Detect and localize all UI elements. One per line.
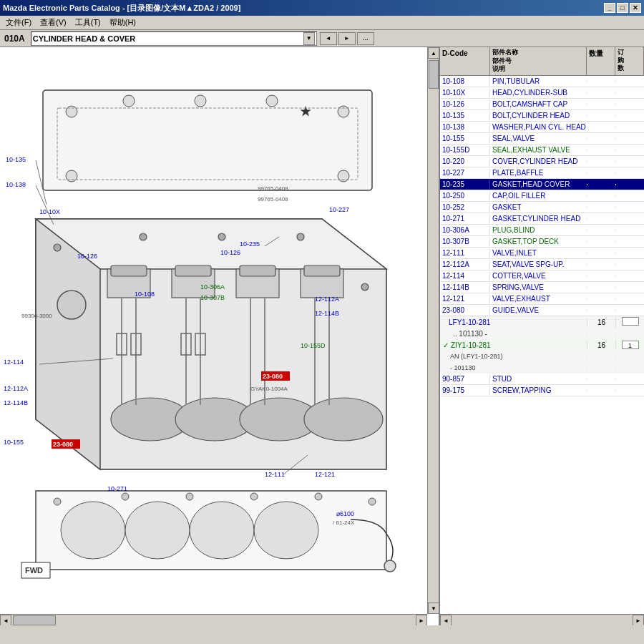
- part-code: 10-10X: [440, 88, 490, 97]
- maximize-button[interactable]: □: [617, 3, 628, 13]
- menu-view[interactable]: 查看(V): [36, 16, 71, 29]
- scroll-right-btn[interactable]: ►: [416, 615, 427, 625]
- scroll-down-btn[interactable]: ▼: [428, 602, 439, 614]
- parts-list[interactable]: 10-108 PIN,TUBULAR 10-10X HEAD,CYLINDER-…: [440, 76, 644, 614]
- diagram-vscrollbar[interactable]: ▲ ▼: [427, 47, 439, 614]
- nav-prev-btn[interactable]: ◄: [320, 32, 337, 45]
- part-row-10-227[interactable]: 10-227 PLATE,BAFFLE: [440, 167, 644, 179]
- svg-point-41: [218, 233, 225, 240]
- part-row-90-857[interactable]: 90-857 STUD: [440, 374, 644, 385]
- part-row-10-250[interactable]: 10-250 CAP,OIL FILLER: [440, 190, 644, 202]
- part-code: 10-250: [440, 191, 490, 200]
- part-row-10-307b[interactable]: 10-307B GASKET,TOP DECK: [440, 236, 644, 248]
- part-row-12-112a[interactable]: 12-112A SEAT,VALVE SPG-UP.: [440, 259, 644, 270]
- part-order: [615, 138, 644, 140]
- part-row-10-306a[interactable]: 10-306A PLUG,BLIND: [440, 225, 644, 236]
- part-name: GUIDE,VALVE: [490, 306, 587, 315]
- part-order: [615, 150, 644, 151]
- menu-file[interactable]: 文件(F): [1, 16, 36, 29]
- part-row-10-138[interactable]: 10-138 WASHER,PLAIN CYL. HEAD: [440, 122, 644, 133]
- part-subrow-lfy1[interactable]: LFY1-10-281 16: [440, 316, 644, 328]
- svg-text:12-114: 12-114: [4, 358, 24, 366]
- part-qty: [587, 92, 615, 94]
- part-name: COVER,CYLINDER HEAD: [490, 157, 587, 166]
- part-qty-ziy1: 16: [587, 341, 615, 350]
- part-row-12-121[interactable]: 12-121 VALVE,EXHAUST: [440, 293, 644, 305]
- part-code: 10-271: [440, 214, 490, 223]
- scroll-track-h: [11, 615, 416, 625]
- part-qty: [587, 367, 615, 369]
- part-qty: [587, 287, 615, 288]
- nav-next-btn[interactable]: ►: [338, 32, 356, 45]
- part-order: [615, 379, 644, 380]
- part-qty: [587, 275, 615, 277]
- part-subrow-ziy1[interactable]: ✓ ZIY1-10-281 16 1: [440, 339, 644, 351]
- part-code: 12-114: [440, 271, 490, 280]
- part-order: [615, 115, 644, 117]
- nav-options-btn[interactable]: …: [357, 32, 374, 45]
- svg-text:10-126: 10-126: [77, 253, 97, 260]
- minimize-button[interactable]: _: [604, 3, 615, 13]
- main-content: ★: [0, 47, 644, 625]
- part-order: [615, 184, 644, 185]
- part-row-10-155[interactable]: 10-155 SEAL,VALVE: [440, 133, 644, 145]
- part-row-10-220[interactable]: 10-220 COVER,CYLINDER HEAD: [440, 156, 644, 167]
- parts-list-header: D-Code 部件名称 部件号 说明 数量 订购数: [440, 47, 644, 76]
- svg-point-51: [186, 493, 193, 500]
- part-qty: [587, 218, 615, 220]
- part-row-10-135[interactable]: 10-135 BOLT,CYLINDER HEAD: [440, 110, 644, 122]
- part-qty: [587, 379, 615, 380]
- part-order: [615, 390, 644, 391]
- svg-point-6: [338, 106, 349, 117]
- section-combo[interactable]: CYLINDER HEAD & COVER ▼: [31, 31, 317, 46]
- menu-tools[interactable]: 工具(T): [71, 16, 105, 29]
- part-row-99-175[interactable]: 99-175 SCREW,TAPPING: [440, 385, 644, 396]
- menu-help[interactable]: 帮助(H): [105, 16, 140, 29]
- svg-text:10-307B: 10-307B: [200, 294, 225, 301]
- scroll-left-btn[interactable]: ◄: [0, 615, 11, 625]
- svg-rect-23: [175, 265, 211, 276]
- scroll-up-btn[interactable]: ▲: [428, 47, 439, 59]
- part-row-12-114b[interactable]: 12-114B SPRING,VALVE: [440, 282, 644, 293]
- svg-text:10-108: 10-108: [135, 291, 155, 298]
- part-row-10-235[interactable]: 10-235 GASKET,HEAD COVER: [440, 179, 644, 190]
- part-name: BOLT,CAMSHAFT CAP: [490, 99, 587, 109]
- part-row-10-155d[interactable]: 10-155D SEAL,EXHAUST VALVE: [440, 145, 644, 156]
- parts-hscrollbar[interactable]: ◄ ►: [440, 614, 644, 625]
- part-row-10-271[interactable]: 10-271 GASKET,CYLINDER HEAD: [440, 213, 644, 225]
- parts-scroll-left[interactable]: ◄: [440, 615, 452, 625]
- part-name: SEAL,VALVE: [490, 134, 587, 143]
- svg-point-17: [304, 398, 383, 441]
- part-row-12-111[interactable]: 12-111 VALVE,INLET: [440, 248, 644, 259]
- part-row-10-126[interactable]: 10-126 BOLT,CAMSHAFT CAP: [440, 99, 644, 110]
- checkmark-icon: ✓: [443, 341, 449, 349]
- part-number-101130: .. 101130 -: [440, 329, 587, 338]
- part-an-note2: - 101130: [440, 364, 587, 371]
- part-subrow-an: AN (LFY1-10-281): [440, 351, 644, 362]
- combo-dropdown-btn[interactable]: ▼: [303, 32, 315, 45]
- order-input-lfy1[interactable]: [622, 317, 639, 326]
- svg-text:12-112A: 12-112A: [4, 385, 28, 392]
- part-code: 10-155: [440, 134, 490, 143]
- svg-rect-24: [240, 265, 275, 276]
- part-row-10-10x[interactable]: 10-10X HEAD,CYLINDER-SUB: [440, 87, 644, 99]
- part-code: 12-114B: [440, 283, 490, 292]
- order-input-ziy1[interactable]: 1: [622, 341, 639, 349]
- svg-point-55: [384, 560, 396, 572]
- part-row-10-108[interactable]: 10-108 PIN,TUBULAR: [440, 76, 644, 87]
- svg-text:10-155D: 10-155D: [301, 342, 326, 349]
- part-row-12-114[interactable]: 12-114 COTTER,VALVE: [440, 270, 644, 282]
- parts-diagram[interactable]: ★: [0, 47, 429, 591]
- part-order: [615, 333, 644, 334]
- scroll-thumb-h[interactable]: [13, 615, 56, 625]
- close-button[interactable]: ✕: [630, 3, 641, 13]
- scroll-thumb-v[interactable]: [429, 60, 439, 89]
- part-row-23-080[interactable]: 23-080 GUIDE,VALVE: [440, 305, 644, 316]
- diagram-hscrollbar[interactable]: ◄ ►: [0, 614, 427, 625]
- part-qty: [587, 298, 615, 300]
- svg-point-47: [190, 502, 254, 559]
- part-qty: [587, 230, 615, 231]
- part-row-10-252[interactable]: 10-252 GASKET: [440, 202, 644, 213]
- svg-point-46: [125, 502, 190, 559]
- parts-scroll-right[interactable]: ►: [633, 615, 644, 625]
